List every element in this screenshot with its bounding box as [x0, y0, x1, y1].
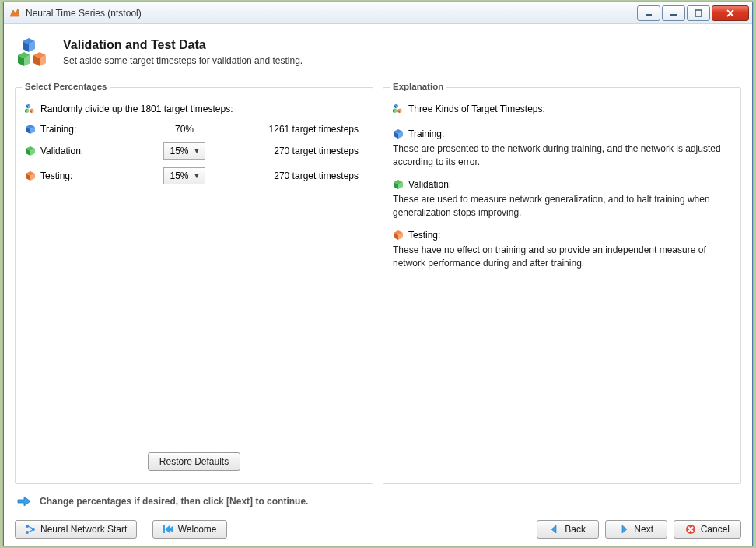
validation-cube-icon	[393, 179, 404, 190]
validation-row: Validation: 15% ▼ 270 target timesteps	[25, 142, 363, 160]
training-percent: 70%	[157, 124, 212, 135]
select-percentages-group: Select Percentages Randomly divide up th…	[15, 87, 373, 484]
close-button[interactable]	[712, 5, 749, 21]
nn-start-label: Neural Network Start	[40, 524, 127, 535]
explanation-heading: Three Kinds of Target Timesteps:	[408, 104, 545, 114]
training-cube-icon	[25, 124, 36, 135]
window-title: Neural Time Series (ntstool)	[26, 8, 637, 19]
testing-count: 270 target timesteps	[212, 170, 363, 181]
chevron-down-icon: ▼	[194, 172, 201, 180]
maximize-button[interactable]	[687, 5, 710, 21]
validation-cube-icon	[25, 146, 36, 156]
welcome-button[interactable]: Welcome	[152, 520, 227, 539]
bottom-bar: Neural Network Start Welcome Back Next C…	[4, 517, 752, 548]
minimize-button-alt[interactable]	[637, 5, 660, 21]
page-title: Validation and Test Data	[63, 38, 303, 52]
next-label: Next	[634, 524, 653, 535]
exp-validation-text: These are used to measure network genera…	[393, 193, 731, 220]
back-label: Back	[565, 524, 586, 535]
next-icon	[618, 524, 629, 535]
cancel-button[interactable]: Cancel	[674, 520, 741, 539]
exp-training-row: Training:	[393, 128, 731, 139]
hint-text: Change percentages if desired, then clic…	[40, 496, 308, 507]
cubes-small-icon	[25, 104, 36, 114]
testing-row: Testing: 15% ▼ 270 target timesteps	[25, 167, 363, 184]
explanation-group: Explanation Three Kinds of Target Timest…	[383, 87, 741, 484]
exp-training-label: Training:	[408, 128, 444, 139]
cancel-icon	[685, 524, 696, 535]
training-count: 1261 target timesteps	[212, 124, 363, 135]
neural-network-start-button[interactable]: Neural Network Start	[15, 520, 137, 539]
titlebar: Neural Time Series (ntstool)	[4, 2, 752, 24]
svg-rect-51	[163, 525, 165, 533]
page-header: Validation and Test Data Set aside some …	[15, 32, 741, 79]
svg-rect-1	[670, 14, 677, 16]
content-area: Validation and Test Data Set aside some …	[4, 24, 752, 509]
training-cube-icon	[393, 128, 404, 139]
panels: Select Percentages Randomly divide up th…	[15, 87, 741, 484]
window: Neural Time Series (ntstool) Validation …	[3, 2, 753, 546]
chevron-down-icon: ▼	[194, 147, 201, 155]
validation-count: 270 target timesteps	[212, 146, 363, 156]
svg-marker-54	[551, 525, 556, 533]
cancel-label: Cancel	[701, 524, 730, 535]
cubes-icon	[18, 37, 52, 71]
back-icon	[549, 524, 560, 535]
testing-percent-dropdown[interactable]: 15% ▼	[163, 167, 206, 184]
validation-percent-value: 15%	[170, 146, 189, 156]
minimize-button[interactable]	[662, 5, 685, 21]
welcome-label: Welcome	[178, 524, 217, 535]
svg-marker-55	[622, 525, 627, 533]
arrow-right-icon	[16, 494, 32, 509]
restore-defaults-label: Restore Defaults	[159, 456, 229, 467]
exp-training-text: These are presented to the network durin…	[393, 142, 731, 170]
percentages-intro-text: Randomly divide up the 1801 target times…	[40, 104, 233, 114]
testing-cube-icon	[25, 170, 36, 181]
nav-left: Neural Network Start Welcome	[15, 520, 233, 539]
select-percentages-legend: Select Percentages	[22, 82, 110, 91]
rewind-icon	[163, 524, 173, 535]
exp-validation-row: Validation:	[393, 179, 731, 190]
testing-percent-value: 15%	[170, 170, 189, 181]
exp-testing-text: These have no effect on training and so …	[393, 244, 731, 271]
exp-validation-label: Validation:	[408, 179, 451, 190]
validation-percent-dropdown[interactable]: 15% ▼	[163, 142, 206, 160]
cubes-small-icon	[393, 104, 404, 114]
training-row: Training: 70% 1261 target timesteps	[25, 124, 363, 135]
exp-testing-label: Testing:	[408, 230, 440, 241]
exp-testing-row: Testing:	[393, 230, 731, 241]
validation-label: Validation:	[40, 146, 83, 156]
percentages-intro: Randomly divide up the 1801 target times…	[25, 104, 363, 114]
hint-row: Change percentages if desired, then clic…	[16, 494, 740, 509]
back-button[interactable]: Back	[537, 520, 599, 539]
explanation-heading-row: Three Kinds of Target Timesteps:	[393, 104, 731, 114]
explanation-legend: Explanation	[390, 82, 446, 91]
training-label: Training:	[40, 124, 76, 135]
matlab-icon	[9, 7, 21, 19]
next-button[interactable]: Next	[605, 520, 667, 539]
restore-defaults-button[interactable]: Restore Defaults	[148, 452, 240, 471]
window-buttons	[637, 5, 752, 21]
network-icon	[25, 524, 36, 535]
testing-cube-icon	[393, 230, 404, 241]
svg-rect-2	[695, 10, 702, 16]
testing-label: Testing:	[40, 170, 72, 181]
svg-rect-0	[646, 14, 652, 16]
page-subtitle: Set aside some target timesteps for vali…	[63, 55, 303, 66]
